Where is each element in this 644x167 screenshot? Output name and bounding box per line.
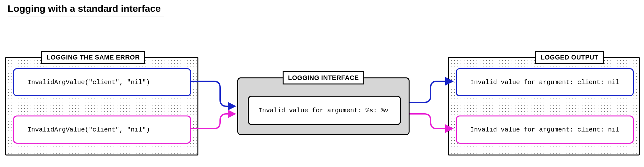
diagram-title: Logging with a standard interface [8,3,164,17]
arrow-interface-to-out2 [410,114,453,129]
panel-outputs-label: LOGGED OUTPUT [535,51,604,64]
interface-template: Invalid value for argument: %s: %v [248,96,401,125]
output-line-1: Invalid value for argument: client: nil [456,68,634,96]
panel-inputs-label: LOGGING THE SAME ERROR [41,51,145,64]
input-call-1: InvalidArgValue("client", "nil") [13,68,191,96]
panel-interface: LOGGING INTERFACE Invalid value for argu… [237,77,410,135]
panel-interface-label: LOGGING INTERFACE [283,71,364,84]
output-line-2: Invalid value for argument: client: nil [456,115,634,144]
panel-outputs: LOGGED OUTPUT Invalid value for argument… [448,57,640,155]
input-call-2: InvalidArgValue("client", "nil") [13,115,191,144]
panel-inputs: LOGGING THE SAME ERROR InvalidArgValue("… [5,57,198,155]
arrow-interface-to-out1 [410,81,453,102]
diagram-canvas: Logging with a standard interface LOGGIN… [0,0,644,167]
